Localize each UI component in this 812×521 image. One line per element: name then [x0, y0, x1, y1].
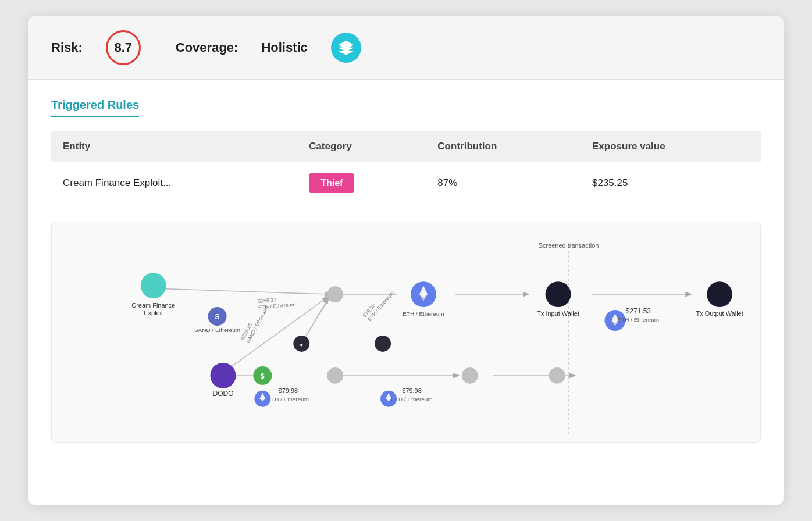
- node-dodo: [211, 363, 236, 388]
- risk-value: 8.7: [115, 40, 133, 55]
- col-category: Category: [297, 131, 426, 162]
- table-row: Cream Finance Exploit... Thief 87% $235.…: [51, 162, 761, 205]
- svg-text:Tx Input Wallet: Tx Input Wallet: [537, 310, 579, 317]
- col-exposure: Exposure value: [580, 131, 761, 162]
- cell-entity: Cream Finance Exploit...: [51, 162, 297, 205]
- node-tx-input: [546, 281, 571, 307]
- risk-badge: 8.7: [106, 30, 141, 65]
- svg-text:DODO: DODO: [213, 390, 234, 398]
- svg-text:$79.98: $79.98: [402, 387, 422, 394]
- section-title: Triggered Rules: [51, 98, 761, 131]
- svg-text:S: S: [215, 313, 220, 321]
- svg-text:ETH / Ethereum: ETH / Ethereum: [403, 311, 444, 317]
- cell-contribution: 87%: [426, 162, 580, 205]
- body-section: Triggered Rules Entity Category Contribu…: [28, 80, 784, 461]
- cell-category: Thief: [297, 162, 426, 205]
- transaction-graph: Screened transaction: [51, 222, 761, 443]
- node-mid-bot-left: [327, 367, 343, 384]
- main-card: Risk: 8.7 Coverage: Holistic Triggered R…: [28, 16, 784, 505]
- triggered-rules-table: Entity Category Contribution Exposure va…: [51, 131, 761, 205]
- svg-text:Cream Finance: Cream Finance: [131, 302, 175, 309]
- svg-text:●: ●: [300, 341, 303, 348]
- layers-icon: [338, 40, 354, 56]
- node-dark-mid2: [375, 336, 391, 352]
- node-mid-top: [327, 286, 343, 302]
- col-entity: Entity: [51, 131, 297, 162]
- table-header-row: Entity Category Contribution Exposure va…: [51, 131, 761, 162]
- svg-text:ETH / Ethereum: ETH / Ethereum: [391, 396, 432, 402]
- svg-text:$79.98: $79.98: [279, 387, 298, 394]
- graph-svg: Screened transaction: [52, 222, 760, 442]
- svg-text:Exploit: Exploit: [144, 309, 163, 316]
- node-cream-finance: [141, 273, 166, 298]
- svg-rect-3: [52, 227, 760, 436]
- coverage-icon: [331, 33, 361, 63]
- col-contribution: Contribution: [426, 131, 580, 162]
- node-mid-bot-right: [462, 367, 478, 384]
- coverage-value: Holistic: [261, 40, 307, 55]
- category-badge: Thief: [309, 173, 354, 193]
- node-tx-output: [707, 281, 732, 307]
- svg-text:ETH / Ethereum: ETH / Ethereum: [268, 396, 309, 402]
- screened-label: Screened transaction: [539, 242, 599, 249]
- risk-label: Risk:: [51, 40, 83, 55]
- svg-text:$: $: [261, 372, 265, 380]
- header-section: Risk: 8.7 Coverage: Holistic: [28, 16, 784, 80]
- svg-text:SAND / Ethereum: SAND / Ethereum: [194, 327, 240, 333]
- svg-text:$271.53: $271.53: [626, 307, 651, 315]
- node-end-gray: [549, 367, 565, 384]
- svg-text:ETH / Ethereum: ETH / Ethereum: [618, 316, 659, 323]
- coverage-label: Coverage:: [176, 40, 238, 55]
- svg-text:Tx Output Wallet: Tx Output Wallet: [696, 310, 743, 317]
- cell-exposure: $235.25: [580, 162, 761, 205]
